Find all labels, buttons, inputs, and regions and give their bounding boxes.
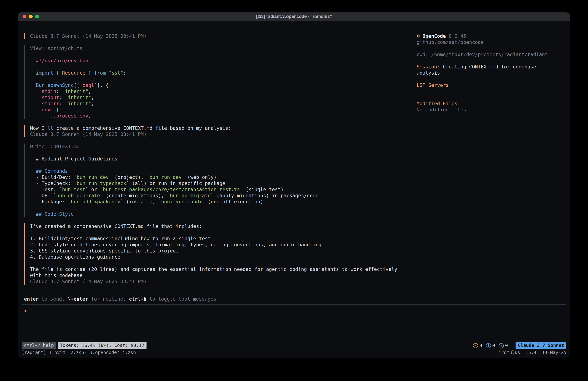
terminal-line: Claude 3.7 Sonnet (14 May 2025 03:41 PM)	[30, 278, 397, 285]
terminal-line	[30, 51, 126, 58]
sidebar-line	[417, 94, 565, 101]
statusbar: ctrl+? help Tokens: 16.4K (8%), Cost: $0…	[18, 341, 570, 349]
text-segment: with this codebase.	[30, 272, 85, 278]
conversation-area[interactable]: Claude 3.7 Sonnet (14 May 2025 03:41 PM)…	[24, 33, 417, 296]
info-count: 0	[492, 343, 495, 348]
zoom-button[interactable]	[35, 15, 39, 18]
text-segment: .	[77, 113, 80, 119]
text-segment: `bun test packages/core/test/transaction…	[100, 187, 243, 192]
block-content: Write: CONTEXT.md # Radiant Project Guid…	[25, 143, 318, 217]
text-segment: github.com/sst/opencode	[417, 39, 483, 45]
diagnostics-indicators: w0i0h0	[473, 342, 512, 348]
text-segment: .	[44, 82, 47, 88]
text-segment: from	[94, 70, 106, 76]
text-segment: `bun test`	[59, 187, 88, 192]
info-icon: i	[486, 343, 491, 348]
tool-accent-bar	[24, 45, 25, 119]
prompt-line: >	[18, 308, 570, 314]
hint-icon: h	[499, 343, 504, 348]
text-segment: env	[42, 107, 50, 112]
input-empty-space[interactable]	[18, 314, 570, 341]
text-segment: 1. Build/lint/test commands including ho…	[30, 236, 211, 241]
warning-icon: w	[473, 343, 478, 348]
titlebar[interactable]: [2/3] radiant:3:opencode - "romulus"	[18, 12, 570, 21]
text-segment: (apply migrations) in packages/core	[214, 193, 318, 198]
text-segment: No modified files	[417, 107, 466, 112]
text-segment	[106, 70, 109, 76]
text-segment: analysis	[417, 70, 440, 76]
terminal-line	[30, 150, 318, 156]
text-segment: (create migrations),	[103, 193, 167, 198]
text-segment: :	[59, 101, 65, 106]
content-area: Claude 3.7 Sonnet (14 May 2025 03:41 PM)…	[18, 21, 570, 296]
terminal-line: ## Code Style	[30, 211, 318, 217]
window-title: [2/3] radiant:3:opencode - "romulus"	[256, 14, 332, 19]
sidebar-line	[417, 88, 565, 94]
text-segment: 4. Database operations guidance	[30, 254, 120, 260]
text-segment: (one-off execution)	[205, 199, 263, 204]
text-segment: ©	[417, 33, 422, 39]
help-badge[interactable]: ctrl+? help	[22, 342, 56, 349]
text-segment: "inherit"	[62, 89, 88, 94]
text-segment: - TypeCheck:	[30, 180, 74, 186]
text-segment: enter	[24, 296, 39, 302]
text-segment: 2. Code style guidelines covering import…	[30, 242, 321, 247]
sidebar-line: github.com/sst/opencode	[417, 39, 565, 45]
sidebar-line: No modified files	[417, 107, 565, 113]
text-segment: (project),	[112, 174, 147, 180]
text-segment	[30, 82, 36, 88]
text-segment: }	[85, 70, 94, 76]
text-segment: (install),	[123, 199, 158, 204]
terminal-line	[30, 205, 318, 211]
hint-count: 0	[505, 343, 508, 348]
text-segment: `psql`	[80, 82, 97, 88]
terminal-line: View: script/db.ts	[30, 45, 126, 51]
terminal-line: #!/usr/bin/env bun	[30, 58, 126, 64]
text-segment: The file is concise (20 lines) and captu…	[30, 266, 397, 272]
terminal-line: ## Commands	[30, 168, 318, 174]
tmux-session-windows[interactable]: [radiant] 1:nvim 2:zsh- 3:opencode* 4:zs…	[22, 350, 136, 355]
text-segment: ,	[88, 113, 91, 119]
session-sidebar: © OpenCode 0.0.45github.com/sst/opencode…	[417, 33, 565, 296]
text-segment: cwd: /home/thdxr/dev/projects/radiant/ra…	[417, 52, 548, 57]
terminal-line: The file is concise (20 lines) and captu…	[30, 266, 397, 272]
text-segment: 3. CSS styling conventions specific to t…	[30, 248, 179, 254]
minimize-button[interactable]	[29, 15, 33, 18]
sidebar-line	[417, 76, 565, 82]
text-segment: ## Commands	[36, 168, 68, 174]
close-button[interactable]	[22, 15, 26, 18]
text-segment: ...	[30, 113, 56, 119]
text-segment: `bun run typecheck`	[74, 180, 129, 186]
hint-diagnostic: h0	[499, 343, 508, 348]
terminal-line	[30, 229, 397, 236]
message-accent-bar	[24, 125, 25, 137]
text-segment: #!/usr/bin/env bun	[30, 58, 88, 64]
block-content: Claude 3.7 Sonnet (14 May 2025 03:41 PM)	[25, 33, 147, 39]
text-segment: I've created a comprehensive CONTEXT.md …	[30, 224, 202, 229]
text-segment: `bun db generate`	[53, 193, 103, 198]
text-segment: "sst"	[109, 70, 123, 76]
terminal-line: Write: CONTEXT.md	[30, 143, 318, 150]
input-help-text: enter to send, \+enter for newline, ctrl…	[18, 296, 570, 302]
text-segment	[30, 107, 42, 112]
text-segment: Modified Files:	[417, 101, 460, 106]
assistant-message-block: Now I'll create a comprehensive CONTEXT.…	[24, 125, 417, 137]
input-separator	[22, 304, 566, 305]
text-segment: - DB:	[30, 193, 53, 198]
block-content: Now I'll create a comprehensive CONTEXT.…	[25, 125, 231, 137]
text-segment: :	[59, 95, 65, 100]
assistant-message-block: I've created a comprehensive CONTEXT.md …	[24, 223, 417, 285]
text-segment: ## Code Style	[36, 211, 74, 217]
text-segment: process	[56, 113, 77, 119]
tool-output-block: Write: CONTEXT.md # Radiant Project Guid…	[24, 143, 417, 217]
text-segment: `bun run dev`	[74, 174, 112, 180]
message-input[interactable]	[30, 308, 570, 314]
text-segment: stdout	[42, 95, 59, 100]
text-segment: ,	[91, 95, 94, 100]
text-segment: ([	[74, 82, 80, 88]
text-segment: or	[88, 187, 100, 192]
text-segment: ctrl+h	[129, 296, 146, 302]
message-accent-bar	[24, 33, 25, 39]
model-badge[interactable]: Claude 3.7 Sonnet	[516, 342, 566, 349]
text-segment: 0.0.45	[449, 33, 466, 39]
